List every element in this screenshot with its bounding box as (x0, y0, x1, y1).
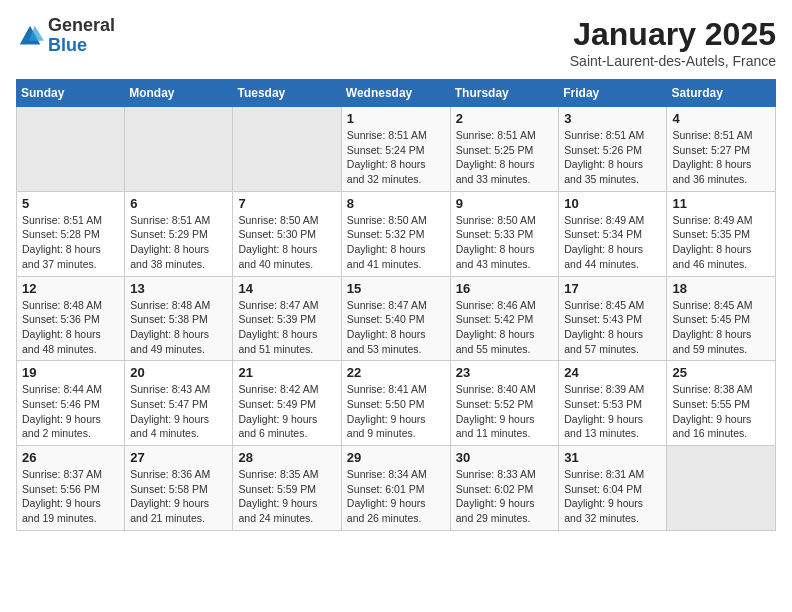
day-info: Sunrise: 8:45 AM Sunset: 5:43 PM Dayligh… (564, 298, 661, 357)
calendar-cell (667, 446, 776, 531)
calendar-cell (125, 107, 233, 192)
day-number: 30 (456, 450, 554, 465)
day-info: Sunrise: 8:51 AM Sunset: 5:28 PM Dayligh… (22, 213, 119, 272)
day-info: Sunrise: 8:51 AM Sunset: 5:24 PM Dayligh… (347, 128, 445, 187)
calendar-cell: 20Sunrise: 8:43 AM Sunset: 5:47 PM Dayli… (125, 361, 233, 446)
weekday-header: Saturday (667, 80, 776, 107)
day-number: 1 (347, 111, 445, 126)
weekday-header: Monday (125, 80, 233, 107)
calendar-cell: 28Sunrise: 8:35 AM Sunset: 5:59 PM Dayli… (233, 446, 341, 531)
day-number: 2 (456, 111, 554, 126)
day-info: Sunrise: 8:37 AM Sunset: 5:56 PM Dayligh… (22, 467, 119, 526)
day-number: 11 (672, 196, 770, 211)
calendar-cell: 22Sunrise: 8:41 AM Sunset: 5:50 PM Dayli… (341, 361, 450, 446)
day-number: 7 (238, 196, 335, 211)
day-number: 12 (22, 281, 119, 296)
weekday-header: Wednesday (341, 80, 450, 107)
day-number: 23 (456, 365, 554, 380)
calendar-cell: 25Sunrise: 8:38 AM Sunset: 5:55 PM Dayli… (667, 361, 776, 446)
calendar-cell: 11Sunrise: 8:49 AM Sunset: 5:35 PM Dayli… (667, 191, 776, 276)
day-number: 13 (130, 281, 227, 296)
weekday-header: Tuesday (233, 80, 341, 107)
day-info: Sunrise: 8:50 AM Sunset: 5:30 PM Dayligh… (238, 213, 335, 272)
day-number: 27 (130, 450, 227, 465)
calendar-cell (17, 107, 125, 192)
day-info: Sunrise: 8:43 AM Sunset: 5:47 PM Dayligh… (130, 382, 227, 441)
day-info: Sunrise: 8:47 AM Sunset: 5:40 PM Dayligh… (347, 298, 445, 357)
logo-general-text: General (48, 16, 115, 36)
weekday-header: Sunday (17, 80, 125, 107)
day-info: Sunrise: 8:31 AM Sunset: 6:04 PM Dayligh… (564, 467, 661, 526)
calendar-cell: 2Sunrise: 8:51 AM Sunset: 5:25 PM Daylig… (450, 107, 559, 192)
title-block: January 2025 Saint-Laurent-des-Autels, F… (570, 16, 776, 69)
calendar-week-row: 1Sunrise: 8:51 AM Sunset: 5:24 PM Daylig… (17, 107, 776, 192)
day-info: Sunrise: 8:46 AM Sunset: 5:42 PM Dayligh… (456, 298, 554, 357)
calendar-cell: 13Sunrise: 8:48 AM Sunset: 5:38 PM Dayli… (125, 276, 233, 361)
calendar-cell: 4Sunrise: 8:51 AM Sunset: 5:27 PM Daylig… (667, 107, 776, 192)
day-number: 8 (347, 196, 445, 211)
day-info: Sunrise: 8:51 AM Sunset: 5:29 PM Dayligh… (130, 213, 227, 272)
day-number: 3 (564, 111, 661, 126)
day-number: 28 (238, 450, 335, 465)
calendar-cell: 18Sunrise: 8:45 AM Sunset: 5:45 PM Dayli… (667, 276, 776, 361)
logo-blue-text: Blue (48, 36, 115, 56)
calendar-cell: 12Sunrise: 8:48 AM Sunset: 5:36 PM Dayli… (17, 276, 125, 361)
day-info: Sunrise: 8:45 AM Sunset: 5:45 PM Dayligh… (672, 298, 770, 357)
day-number: 4 (672, 111, 770, 126)
calendar-cell: 15Sunrise: 8:47 AM Sunset: 5:40 PM Dayli… (341, 276, 450, 361)
day-number: 29 (347, 450, 445, 465)
calendar-cell: 17Sunrise: 8:45 AM Sunset: 5:43 PM Dayli… (559, 276, 667, 361)
calendar-cell (233, 107, 341, 192)
logo-icon (16, 22, 44, 50)
calendar-cell: 7Sunrise: 8:50 AM Sunset: 5:30 PM Daylig… (233, 191, 341, 276)
day-info: Sunrise: 8:50 AM Sunset: 5:33 PM Dayligh… (456, 213, 554, 272)
day-info: Sunrise: 8:48 AM Sunset: 5:38 PM Dayligh… (130, 298, 227, 357)
day-number: 18 (672, 281, 770, 296)
calendar-table: SundayMondayTuesdayWednesdayThursdayFrid… (16, 79, 776, 531)
day-number: 19 (22, 365, 119, 380)
calendar-cell: 29Sunrise: 8:34 AM Sunset: 6:01 PM Dayli… (341, 446, 450, 531)
calendar-cell: 8Sunrise: 8:50 AM Sunset: 5:32 PM Daylig… (341, 191, 450, 276)
day-info: Sunrise: 8:49 AM Sunset: 5:35 PM Dayligh… (672, 213, 770, 272)
calendar-cell: 21Sunrise: 8:42 AM Sunset: 5:49 PM Dayli… (233, 361, 341, 446)
day-number: 25 (672, 365, 770, 380)
day-number: 14 (238, 281, 335, 296)
calendar-cell: 26Sunrise: 8:37 AM Sunset: 5:56 PM Dayli… (17, 446, 125, 531)
calendar-week-row: 5Sunrise: 8:51 AM Sunset: 5:28 PM Daylig… (17, 191, 776, 276)
calendar-title: January 2025 (570, 16, 776, 53)
day-number: 16 (456, 281, 554, 296)
day-info: Sunrise: 8:34 AM Sunset: 6:01 PM Dayligh… (347, 467, 445, 526)
day-info: Sunrise: 8:42 AM Sunset: 5:49 PM Dayligh… (238, 382, 335, 441)
day-number: 21 (238, 365, 335, 380)
calendar-cell: 9Sunrise: 8:50 AM Sunset: 5:33 PM Daylig… (450, 191, 559, 276)
day-number: 20 (130, 365, 227, 380)
day-number: 17 (564, 281, 661, 296)
calendar-cell: 19Sunrise: 8:44 AM Sunset: 5:46 PM Dayli… (17, 361, 125, 446)
calendar-cell: 16Sunrise: 8:46 AM Sunset: 5:42 PM Dayli… (450, 276, 559, 361)
day-info: Sunrise: 8:51 AM Sunset: 5:25 PM Dayligh… (456, 128, 554, 187)
day-info: Sunrise: 8:50 AM Sunset: 5:32 PM Dayligh… (347, 213, 445, 272)
day-info: Sunrise: 8:36 AM Sunset: 5:58 PM Dayligh… (130, 467, 227, 526)
day-number: 15 (347, 281, 445, 296)
day-info: Sunrise: 8:48 AM Sunset: 5:36 PM Dayligh… (22, 298, 119, 357)
day-number: 5 (22, 196, 119, 211)
calendar-cell: 24Sunrise: 8:39 AM Sunset: 5:53 PM Dayli… (559, 361, 667, 446)
day-number: 24 (564, 365, 661, 380)
calendar-week-row: 12Sunrise: 8:48 AM Sunset: 5:36 PM Dayli… (17, 276, 776, 361)
day-info: Sunrise: 8:49 AM Sunset: 5:34 PM Dayligh… (564, 213, 661, 272)
logo: General Blue (16, 16, 115, 56)
calendar-week-row: 26Sunrise: 8:37 AM Sunset: 5:56 PM Dayli… (17, 446, 776, 531)
calendar-cell: 6Sunrise: 8:51 AM Sunset: 5:29 PM Daylig… (125, 191, 233, 276)
calendar-cell: 5Sunrise: 8:51 AM Sunset: 5:28 PM Daylig… (17, 191, 125, 276)
day-number: 9 (456, 196, 554, 211)
calendar-cell: 14Sunrise: 8:47 AM Sunset: 5:39 PM Dayli… (233, 276, 341, 361)
calendar-cell: 3Sunrise: 8:51 AM Sunset: 5:26 PM Daylig… (559, 107, 667, 192)
day-number: 6 (130, 196, 227, 211)
day-number: 31 (564, 450, 661, 465)
weekday-header-row: SundayMondayTuesdayWednesdayThursdayFrid… (17, 80, 776, 107)
calendar-week-row: 19Sunrise: 8:44 AM Sunset: 5:46 PM Dayli… (17, 361, 776, 446)
weekday-header: Friday (559, 80, 667, 107)
day-number: 10 (564, 196, 661, 211)
calendar-cell: 23Sunrise: 8:40 AM Sunset: 5:52 PM Dayli… (450, 361, 559, 446)
day-info: Sunrise: 8:47 AM Sunset: 5:39 PM Dayligh… (238, 298, 335, 357)
